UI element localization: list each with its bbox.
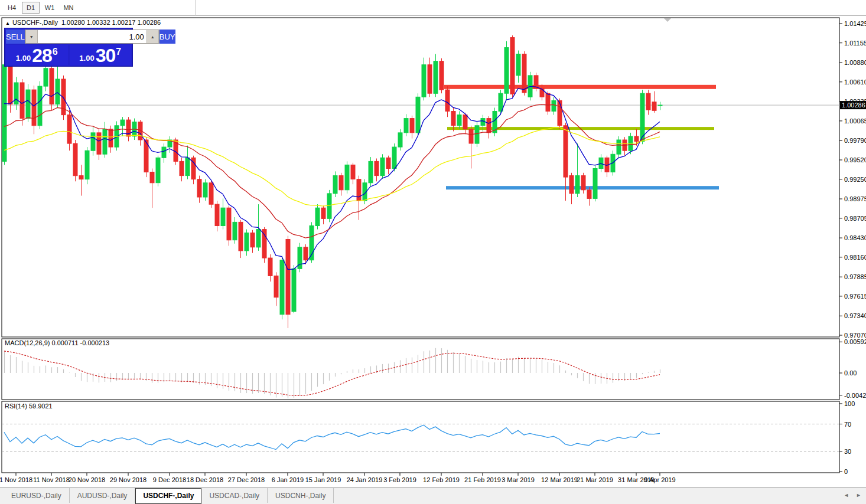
sell-price-pip: 6 bbox=[53, 47, 58, 57]
timeframe-w1-button[interactable]: W1 bbox=[41, 2, 58, 14]
bid-price-label: 1.00286 bbox=[840, 101, 866, 109]
svg-text:9 Apr 2019: 9 Apr 2019 bbox=[644, 476, 675, 483]
svg-text:0.98705: 0.98705 bbox=[844, 215, 866, 222]
volume-increase-button[interactable]: ▲ bbox=[146, 30, 159, 43]
svg-text:100: 100 bbox=[844, 400, 855, 407]
tab-eurusd-daily[interactable]: EURUSD-,Daily bbox=[4, 488, 70, 503]
tab-scroll-left-icon[interactable]: ◄ bbox=[844, 492, 849, 498]
svg-text:1.01425: 1.01425 bbox=[844, 20, 866, 27]
chart-symbol-label: USDCHF-,Daily bbox=[12, 19, 58, 26]
svg-text:18 Dec 2018: 18 Dec 2018 bbox=[187, 476, 223, 483]
svg-text:3 Feb 2019: 3 Feb 2019 bbox=[383, 476, 416, 483]
svg-text:3 Mar 2019: 3 Mar 2019 bbox=[502, 476, 535, 483]
rsi-indicator-label: RSI(14) 59.9021 bbox=[5, 402, 53, 410]
buy-price-pip: 7 bbox=[116, 47, 121, 57]
sell-price-prefix: 1.00 bbox=[16, 54, 31, 63]
svg-text:15 Jan 2019: 15 Jan 2019 bbox=[305, 476, 341, 483]
svg-text:0.97885: 0.97885 bbox=[844, 273, 866, 280]
buy-price-panel[interactable]: 1.00 30 7 bbox=[70, 45, 132, 65]
tab-usdcad-daily[interactable]: USDCAD-,Daily bbox=[201, 488, 268, 503]
svg-text:21 Mar 2019: 21 Mar 2019 bbox=[577, 476, 613, 483]
svg-text:9 Dec 2018: 9 Dec 2018 bbox=[153, 476, 186, 483]
svg-text:1 Nov 2018: 1 Nov 2018 bbox=[0, 476, 32, 483]
svg-text:12 Feb 2019: 12 Feb 2019 bbox=[423, 476, 460, 483]
tab-scrollers: ◄ ► bbox=[844, 492, 861, 498]
svg-text:0.99250: 0.99250 bbox=[844, 176, 866, 183]
buy-price-big: 30 bbox=[96, 47, 116, 64]
resistance-band bbox=[444, 85, 716, 89]
svg-text:0.00: 0.00 bbox=[844, 369, 857, 377]
timeframe-toolbar: H4 D1 W1 MN bbox=[0, 0, 866, 16]
sell-price-panel[interactable]: 1.00 28 6 bbox=[6, 45, 68, 65]
collapse-arrow-icon: ▲ bbox=[5, 21, 10, 26]
svg-text:1.01155: 1.01155 bbox=[844, 40, 866, 47]
mt4-terminal-window: { "toolbar": { "timeframes": [ {"label":… bbox=[0, 0, 866, 504]
svg-text:-0.004241: -0.004241 bbox=[844, 392, 866, 399]
volume-input[interactable] bbox=[38, 30, 146, 43]
tab-usdcnh-daily[interactable]: USDCNH-,Daily bbox=[268, 488, 334, 503]
toolbar-separator bbox=[195, 0, 196, 16]
date-axis: 1 Nov 201811 Nov 201820 Nov 201829 Nov 2… bbox=[0, 473, 676, 483]
timeframe-d1-button[interactable]: D1 bbox=[22, 2, 40, 14]
buy-button[interactable]: BUY bbox=[159, 30, 175, 44]
volume-decrease-button[interactable]: ▼ bbox=[25, 30, 38, 43]
price-chart-svg[interactable]: 1.014251.011551.008801.006101.003351.000… bbox=[0, 17, 866, 487]
svg-text:0.97070: 0.97070 bbox=[844, 332, 866, 339]
svg-text:1.00610: 1.00610 bbox=[844, 78, 866, 86]
svg-text:0.99790: 0.99790 bbox=[844, 137, 866, 144]
svg-text:12 Mar 2019: 12 Mar 2019 bbox=[541, 476, 578, 483]
svg-text:27 Dec 2018: 27 Dec 2018 bbox=[228, 476, 265, 483]
svg-text:0.98430: 0.98430 bbox=[844, 234, 866, 241]
buy-price-prefix: 1.00 bbox=[79, 54, 94, 63]
svg-text:30: 30 bbox=[844, 448, 851, 455]
svg-text:0.98975: 0.98975 bbox=[844, 195, 866, 202]
svg-text:11 Nov 2018: 11 Nov 2018 bbox=[33, 476, 70, 483]
sell-button[interactable]: SELL bbox=[6, 30, 25, 44]
timeframe-mn-button[interactable]: MN bbox=[60, 2, 77, 14]
chart-area[interactable]: 1.014251.011551.008801.006101.003351.000… bbox=[0, 17, 866, 487]
svg-text:1.00065: 1.00065 bbox=[844, 117, 866, 125]
chart-tab-bar: EURUSD-,Daily AUDUSD-,Daily USDCHF-,Dail… bbox=[0, 487, 866, 504]
one-click-trading-widget: SELL ▼ ▲ BUY 1.00 28 6 1.00 30 7 bbox=[4, 28, 133, 67]
chart-ohlc-values: 1.00280 1.00332 1.00217 1.00286 bbox=[61, 19, 161, 26]
macd-indicator-label: MACD(12,26,9) 0.000711 -0.000213 bbox=[5, 339, 109, 346]
svg-text:29 Nov 2018: 29 Nov 2018 bbox=[110, 476, 146, 483]
svg-text:6 Jan 2019: 6 Jan 2019 bbox=[272, 476, 304, 483]
chart-ohlc-readout: ▲USDCHF-,Daily1.00280 1.00332 1.00217 1.… bbox=[5, 19, 161, 26]
tab-scroll-right-icon[interactable]: ► bbox=[856, 492, 861, 498]
svg-text:0.97340: 0.97340 bbox=[844, 312, 866, 319]
timeframe-h4-button[interactable]: H4 bbox=[3, 2, 21, 14]
svg-text:0: 0 bbox=[844, 468, 848, 475]
price-axis: 1.014251.011551.008801.006101.003351.000… bbox=[839, 20, 866, 475]
tab-audusd-daily[interactable]: AUDUSD-,Daily bbox=[70, 488, 136, 503]
svg-text:0.005926: 0.005926 bbox=[844, 338, 866, 345]
volume-stepper: ▼ ▲ bbox=[25, 30, 159, 44]
sell-price-big: 28 bbox=[32, 47, 52, 64]
svg-text:1.00880: 1.00880 bbox=[844, 59, 866, 66]
svg-text:20 Nov 2018: 20 Nov 2018 bbox=[69, 476, 105, 483]
svg-text:0.97615: 0.97615 bbox=[844, 293, 866, 300]
svg-text:21 Feb 2019: 21 Feb 2019 bbox=[464, 476, 501, 483]
tab-usdchf-daily[interactable]: USDCHF-,Daily bbox=[135, 488, 201, 504]
svg-text:0.99520: 0.99520 bbox=[844, 156, 866, 163]
svg-text:0.98160: 0.98160 bbox=[844, 254, 866, 261]
svg-text:70: 70 bbox=[844, 421, 851, 428]
svg-text:24 Jan 2019: 24 Jan 2019 bbox=[347, 476, 383, 483]
svg-text:1.00286: 1.00286 bbox=[842, 102, 865, 109]
